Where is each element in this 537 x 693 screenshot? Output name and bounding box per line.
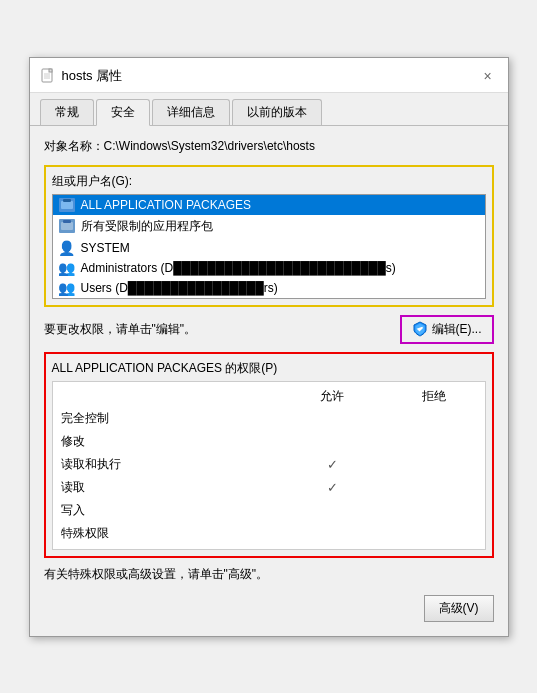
perm-row-name: 修改 [53,430,282,453]
user-name-admins: Administrators (D███████████████████████… [81,261,396,275]
perm-table: 允许 拒绝 完全控制修改读取和执行✓读取✓写入特殊权限 [53,386,485,545]
perm-row-allow [281,499,383,522]
perm-row-deny [383,430,485,453]
perm-row: 读取✓ [53,476,485,499]
bottom-hint: 有关特殊权限或高级设置，请单击"高级"。 [44,566,494,583]
svg-rect-9 [61,222,73,230]
shield-icon [412,321,428,337]
tab-general[interactable]: 常规 [40,99,94,125]
perm-row-name: 完全控制 [53,407,282,430]
person-icon-system: 👤 [59,241,75,255]
svg-rect-6 [61,201,73,209]
user-item-system[interactable]: 👤 SYSTEM [53,238,485,258]
edit-area: 要更改权限，请单击"编辑"。 编辑(E)... [44,315,494,344]
user-name-system: SYSTEM [81,241,130,255]
properties-window: hosts 属性 × 常规 安全 详细信息 以前的版本 对象名称： C:\Win… [29,57,509,637]
title-bar-left: hosts 属性 [40,67,123,85]
checkmark-allow: ✓ [327,480,338,495]
title-bar: hosts 属性 × [30,58,508,93]
tab-content: 对象名称： C:\Windows\System32\drivers\etc\ho… [30,126,508,636]
perm-row: 修改 [53,430,485,453]
svg-rect-7 [63,199,71,202]
perm-row-allow: ✓ [281,453,383,476]
object-name-row: 对象名称： C:\Windows\System32\drivers\etc\ho… [44,138,494,155]
perm-row: 写入 [53,499,485,522]
user-name-users: Users (D████████████████rs) [81,281,278,295]
bottom-bar: 高级(V) [44,591,494,624]
window-title: hosts 属性 [62,67,123,85]
edit-hint-text: 要更改权限，请单击"编辑"。 [44,321,197,338]
perm-row: 特殊权限 [53,522,485,545]
tab-bar: 常规 安全 详细信息 以前的版本 [30,93,508,126]
user-item-all-app-pkgs[interactable]: ALL APPLICATION PACKAGES [53,195,485,215]
person-icon-users: 👥 [59,281,75,295]
edit-button[interactable]: 编辑(E)... [400,315,494,344]
perm-title: ALL APPLICATION PACKAGES 的权限(P) [52,360,486,377]
perm-row-allow [281,407,383,430]
perm-row-name: 读取 [53,476,282,499]
perm-row-allow [281,430,383,453]
perm-row: 读取和执行✓ [53,453,485,476]
group-label: 组或用户名(G): [52,173,486,190]
perm-table-container: 允许 拒绝 完全控制修改读取和执行✓读取✓写入特殊权限 [52,381,486,550]
user-item-users[interactable]: 👥 Users (D████████████████rs) [53,278,485,298]
perm-row-deny [383,407,485,430]
tab-details[interactable]: 详细信息 [152,99,230,125]
user-item-restricted-pkgs[interactable]: 所有受限制的应用程序包 [53,215,485,238]
col-header-allow: 允许 [281,386,383,407]
file-icon [40,68,56,84]
pkg-icon-1 [59,198,75,212]
user-item-administrators[interactable]: 👥 Administrators (D█████████████████████… [53,258,485,278]
svg-rect-10 [63,220,71,223]
perm-row-allow: ✓ [281,476,383,499]
object-name-label: 对象名称： [44,138,104,155]
pkg-icon-2 [59,219,75,233]
perm-row-name: 写入 [53,499,282,522]
perm-row-name: 特殊权限 [53,522,282,545]
close-button[interactable]: × [478,66,498,86]
edit-button-label: 编辑(E)... [432,321,482,338]
tab-previous-versions[interactable]: 以前的版本 [232,99,322,125]
perm-row-deny [383,453,485,476]
perm-row-deny [383,522,485,545]
perm-row-allow [281,522,383,545]
tab-security[interactable]: 安全 [96,99,150,126]
perm-row-deny [383,499,485,522]
user-list: ALL APPLICATION PACKAGES 所有受限制的应用程序包 👤 [52,194,486,299]
col-header-name [53,386,282,407]
perm-row-name: 读取和执行 [53,453,282,476]
user-name-all-app-pkgs: ALL APPLICATION PACKAGES [81,198,252,212]
perm-row: 完全控制 [53,407,485,430]
user-name-restricted-pkgs: 所有受限制的应用程序包 [81,218,213,235]
person-icon-admins: 👥 [59,261,75,275]
advanced-button[interactable]: 高级(V) [424,595,494,622]
object-name-path: C:\Windows\System32\drivers\etc\hosts [104,139,315,153]
svg-rect-1 [49,69,52,72]
permissions-box: ALL APPLICATION PACKAGES 的权限(P) 允许 拒绝 完全… [44,352,494,558]
perm-row-deny [383,476,485,499]
checkmark-allow: ✓ [327,457,338,472]
group-box: 组或用户名(G): ALL APPLICATION PACKAGES [44,165,494,307]
col-header-deny: 拒绝 [383,386,485,407]
